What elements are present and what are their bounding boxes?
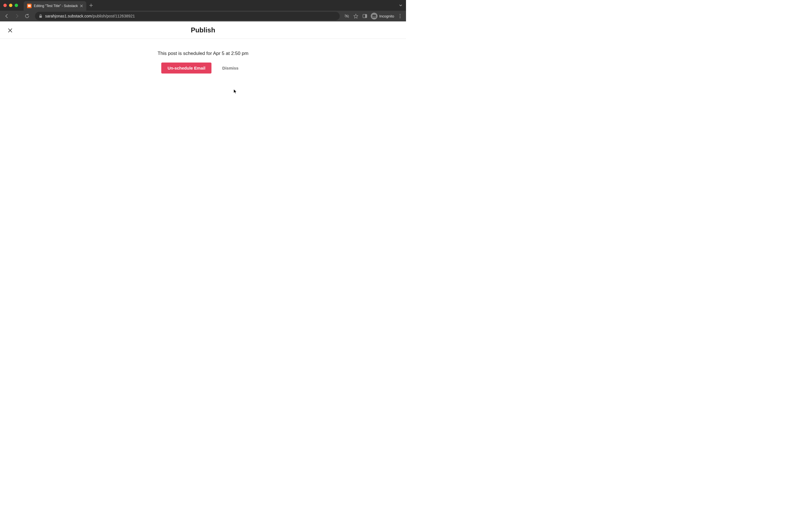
svg-point-9: [400, 17, 400, 18]
close-button[interactable]: [7, 27, 13, 34]
schedule-message: This post is scheduled for Apr 5 at 2:50…: [158, 51, 248, 56]
window-close-button[interactable]: [3, 4, 7, 7]
browser-tab-strip: Editing "Test Title" - Substack: [0, 0, 406, 11]
substack-favicon: [27, 4, 32, 8]
incognito-label: Incognito: [379, 14, 394, 18]
reload-button[interactable]: [23, 12, 31, 20]
tab-close-button[interactable]: [80, 4, 83, 7]
browser-menu-button[interactable]: [397, 13, 403, 19]
action-buttons: Un-schedule Email Dismiss: [161, 62, 245, 73]
svg-rect-4: [365, 14, 367, 18]
mouse-cursor: [234, 89, 237, 94]
new-tab-button[interactable]: [89, 3, 93, 7]
unschedule-button[interactable]: Un-schedule Email: [161, 62, 211, 73]
url-path: /publish/post/112638921: [92, 14, 135, 18]
window-minimize-button[interactable]: [9, 4, 12, 7]
incognito-indicator[interactable]: Incognito: [371, 13, 394, 19]
bookmark-star-icon[interactable]: [353, 13, 359, 19]
tabs-dropdown-button[interactable]: [399, 3, 403, 7]
browser-toolbar: sarahjonas1.substack.com/publish/post/11…: [0, 11, 406, 21]
publish-content: This post is scheduled for Apr 5 at 2:50…: [0, 39, 406, 73]
svg-point-5: [372, 16, 374, 18]
window-controls: [3, 4, 18, 7]
dismiss-button[interactable]: Dismiss: [216, 62, 245, 73]
browser-tab[interactable]: Editing "Test Title" - Substack: [24, 1, 86, 11]
page-header: Publish: [0, 21, 406, 39]
lock-icon: [39, 14, 42, 18]
tab-title: Editing "Test Title" - Substack: [34, 4, 78, 8]
tracking-blocked-icon[interactable]: [344, 13, 350, 19]
toolbar-right: Incognito: [344, 13, 403, 19]
address-bar[interactable]: sarahjonas1.substack.com/publish/post/11…: [35, 12, 340, 20]
svg-rect-0: [40, 16, 42, 18]
incognito-icon: [371, 13, 377, 19]
svg-point-6: [374, 16, 376, 18]
side-panel-icon[interactable]: [362, 13, 368, 19]
window-maximize-button[interactable]: [15, 4, 18, 7]
svg-point-8: [400, 15, 400, 16]
svg-point-7: [400, 14, 400, 15]
url-domain: sarahjonas1.substack.com: [45, 14, 92, 18]
url-text: sarahjonas1.substack.com/publish/post/11…: [45, 14, 135, 18]
forward-button[interactable]: [13, 12, 21, 20]
back-button[interactable]: [3, 12, 11, 20]
page-title: Publish: [191, 26, 215, 34]
page-content: Publish This post is scheduled for Apr 5…: [0, 21, 406, 253]
